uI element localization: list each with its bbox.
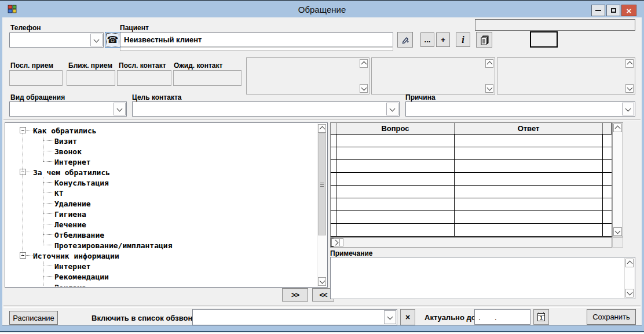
tree-item[interactable]: КТ (6, 188, 317, 198)
scroll-up-button[interactable] (613, 124, 622, 132)
tree-group-item[interactable]: Источник информации (6, 251, 317, 261)
save-button[interactable]: Сохранить (587, 309, 636, 325)
patient-info-button[interactable]: i (456, 32, 470, 47)
qa-table-row[interactable] (331, 160, 612, 173)
qa-row-selector[interactable] (331, 186, 336, 198)
tree-item[interactable]: Гигиена (6, 209, 317, 219)
qa-cell-question[interactable] (336, 173, 455, 185)
scroll-up-button[interactable] (360, 59, 368, 68)
qa-table-row[interactable] (331, 147, 612, 160)
tree-connector (43, 151, 53, 152)
qa-row-selector[interactable] (331, 198, 336, 210)
browse-patient-button[interactable]: ... (420, 32, 434, 47)
scrollbar-thumb[interactable] (318, 133, 326, 235)
scroll-up-button[interactable] (625, 259, 634, 267)
qa-cell-question[interactable] (336, 160, 455, 172)
scroll-down-button[interactable] (318, 277, 326, 286)
info-list-2-scrollbar[interactable] (485, 59, 494, 93)
calendar-button[interactable]: 1 (533, 309, 549, 325)
dial-phone-button[interactable]: ☎ (105, 32, 120, 48)
tree-item[interactable]: Интернет (6, 261, 317, 271)
scroll-up-button[interactable] (625, 59, 634, 68)
scroll-down-button[interactable] (485, 84, 493, 93)
qa-cell-question[interactable] (336, 224, 455, 236)
qa-table-hscrollbar[interactable] (330, 237, 612, 248)
qa-cell-question[interactable] (336, 147, 455, 159)
qa-cell-question[interactable] (336, 186, 455, 198)
scroll-right-button[interactable] (331, 238, 340, 246)
move-right-button[interactable]: >> (282, 288, 308, 302)
appeal-type-dropdown-button[interactable] (114, 103, 126, 115)
qa-table-vscrollbar[interactable] (612, 122, 623, 237)
tree-item[interactable]: Удаление (6, 198, 317, 209)
qa-table-row[interactable] (331, 135, 612, 147)
qa-cell-answer[interactable] (455, 211, 603, 223)
minimize-button[interactable] (591, 5, 605, 16)
qa-row-selector[interactable] (331, 135, 336, 147)
call-list-combo[interactable] (192, 309, 397, 325)
qa-cell-answer[interactable] (455, 147, 603, 159)
tree-item[interactable]: Реклама (6, 282, 317, 286)
phone-combo-dropdown-button[interactable] (90, 34, 103, 46)
patient-field[interactable]: Неизвестный клиент (120, 32, 393, 46)
scroll-down-button[interactable] (360, 84, 368, 93)
qa-table-row[interactable] (331, 198, 612, 211)
qa-row-selector[interactable] (331, 147, 336, 159)
select-patient-button[interactable] (397, 32, 413, 48)
collapse-toggle-icon[interactable] (20, 127, 26, 133)
tree-item[interactable]: Отбеливание (6, 230, 317, 240)
scroll-down-button[interactable] (625, 289, 634, 297)
note-textarea[interactable] (330, 257, 635, 299)
add-patient-button[interactable]: + (436, 32, 450, 47)
qa-cell-question[interactable] (336, 135, 455, 147)
qa-table-row[interactable] (331, 224, 612, 237)
tree-group-item[interactable]: За чем обратились (6, 167, 317, 177)
clear-call-list-button[interactable]: × (400, 309, 415, 325)
contact-goal-combo[interactable] (132, 101, 400, 117)
appeal-type-combo[interactable] (9, 101, 127, 117)
contact-goal-dropdown-button[interactable] (386, 103, 398, 115)
scroll-up-button[interactable] (485, 59, 493, 68)
scroll-down-button[interactable] (625, 84, 634, 93)
qa-cell-question[interactable] (336, 211, 455, 223)
scroll-up-button[interactable] (318, 124, 326, 133)
qa-table-row[interactable] (331, 186, 612, 198)
qa-cell-answer[interactable] (455, 135, 603, 147)
qa-row-selector[interactable] (331, 224, 336, 236)
schedule-button[interactable]: Расписание (9, 311, 58, 325)
phone-combo[interactable] (9, 32, 104, 48)
qa-row-selector[interactable] (331, 160, 336, 172)
maximize-button[interactable] (606, 5, 620, 16)
tree-item[interactable]: Интернет (6, 157, 317, 167)
tree-item[interactable]: Звонок (6, 146, 317, 157)
close-button[interactable]: × (621, 5, 636, 16)
tree-item[interactable]: Лечение (6, 219, 317, 230)
qa-cell-answer[interactable] (455, 173, 603, 185)
qa-cell-question[interactable] (336, 198, 455, 210)
reason-combo[interactable] (405, 101, 635, 117)
tree-scrollbar[interactable] (317, 124, 327, 286)
actual-until-date-field[interactable]: . . (474, 309, 530, 325)
qa-table-row[interactable] (331, 173, 612, 186)
qa-cell-answer[interactable] (455, 224, 603, 236)
qa-cell-answer[interactable] (455, 160, 603, 172)
qa-row-selector[interactable] (331, 211, 336, 223)
info-list-3-scrollbar[interactable] (625, 59, 634, 93)
tree-item[interactable]: Рекомендации (6, 271, 317, 282)
note-scrollbar[interactable] (624, 258, 634, 298)
info-list-1-scrollbar[interactable] (359, 59, 368, 93)
qa-table-row[interactable] (331, 211, 612, 224)
call-list-dropdown-button[interactable] (384, 310, 396, 324)
patient-card-button[interactable] (476, 32, 492, 48)
qa-cell-answer[interactable] (455, 198, 603, 210)
tree-item[interactable]: Конусльтация (6, 177, 317, 188)
tree-group-item[interactable]: Как обратились (6, 125, 317, 136)
tree-item-label: Визит (54, 137, 77, 146)
chevron-down-icon (625, 106, 631, 111)
reason-dropdown-button[interactable] (622, 103, 634, 115)
qa-cell-answer[interactable] (455, 186, 603, 198)
qa-row-selector[interactable] (331, 173, 336, 185)
scroll-down-button[interactable] (613, 227, 622, 236)
tree-item[interactable]: Протезирование/имплантация (6, 240, 317, 251)
tree-item[interactable]: Визит (6, 136, 317, 146)
